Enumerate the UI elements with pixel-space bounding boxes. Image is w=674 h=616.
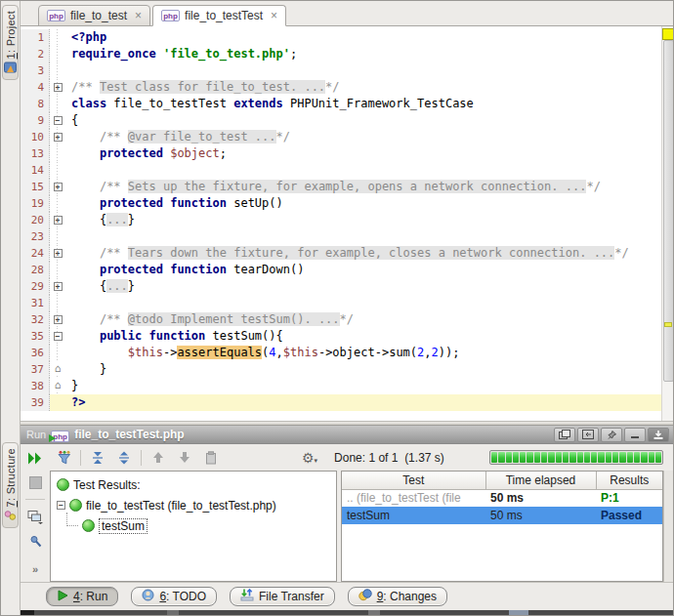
hide-button[interactable] <box>648 428 669 442</box>
code-line[interactable]: 37⌂ } <box>21 361 661 378</box>
token-p: testSum(){ <box>205 329 282 343</box>
php-file-icon: php <box>161 10 180 21</box>
history-button[interactable] <box>201 449 221 467</box>
editor-scrollbar[interactable] <box>661 26 674 421</box>
tool-window-buttons-bar: 4: Run6: TODOFile Transfer9: Changes <box>21 582 674 610</box>
code-line[interactable]: 31 <box>21 295 661 311</box>
token-k: function <box>170 196 227 210</box>
layout-button[interactable] <box>26 509 44 524</box>
fold-expand-icon[interactable]: + <box>54 183 63 191</box>
fold-end-icon[interactable]: ⌂ <box>55 361 62 376</box>
fold-end-icon[interactable]: ⌂ <box>55 378 62 392</box>
fold-marker-column <box>50 228 65 245</box>
code-line[interactable]: 13 protected $object; <box>21 145 661 162</box>
error-stripe-mark[interactable] <box>664 322 672 327</box>
arrow-down-button[interactable] <box>175 449 194 467</box>
code-line[interactable]: 35− public function testSum(){ <box>21 328 661 345</box>
pin-button[interactable] <box>601 428 622 442</box>
statusbar-button-changes[interactable]: 9: Changes <box>348 587 447 606</box>
code-line[interactable]: 36 $this->assertEquals(4,$this->object->… <box>21 345 661 361</box>
table-row[interactable]: testSum50 msPassed <box>342 507 662 524</box>
line-number: 3 <box>21 62 50 79</box>
code-line[interactable]: 32+ /** @todo Implement testSum(). ...*/ <box>21 311 661 328</box>
code-line[interactable]: 9−{ <box>21 112 661 129</box>
fold-expand-icon[interactable]: + <box>54 282 63 291</box>
fold-marker-column: − <box>50 328 65 345</box>
filter-button[interactable] <box>54 449 73 467</box>
table-row[interactable]: .. (file_to_testTest (file50 msP:1 <box>342 489 662 507</box>
stop-button[interactable] <box>26 474 44 490</box>
rerun-button[interactable] <box>26 450 44 466</box>
statusbar-button-file-transfer[interactable]: File Transfer <box>230 587 335 606</box>
more-options-button[interactable]: » <box>32 563 38 575</box>
statistics-table-panel: TestTime elapsedResults.. (file_to_testT… <box>341 471 663 582</box>
code-line[interactable]: 8class file_to_testTest extends PHPUnit_… <box>21 96 661 112</box>
editor-tab-file_to_test[interactable]: phpfile_to_test× <box>38 5 150 26</box>
fold-expand-icon[interactable]: + <box>54 249 63 258</box>
code-line[interactable]: 39?> <box>21 394 661 411</box>
token-c: /** <box>100 246 128 260</box>
test-tree-item[interactable]: testSum <box>51 515 336 536</box>
code-line[interactable]: 14 <box>21 162 661 179</box>
close-icon[interactable]: × <box>135 11 142 21</box>
test-tree-item[interactable]: −file_to_testTest (file_to_testTest.php) <box>51 495 336 515</box>
statusbar-button-run[interactable]: 4: Run <box>46 587 118 606</box>
sidebar-tab-structure[interactable]: 7: Structure <box>2 442 19 528</box>
token-s: 'file_to_test.php' <box>163 47 290 61</box>
statistics-table[interactable]: TestTime elapsedResults.. (file_to_testT… <box>342 472 662 524</box>
token-c: */ <box>276 130 290 144</box>
code-line[interactable]: 38⌂} <box>21 378 661 394</box>
code-line[interactable]: 20+ {...} <box>21 212 661 228</box>
token-p <box>71 246 100 260</box>
token-p: , <box>424 346 431 359</box>
panel-scrollbar-track[interactable] <box>663 471 674 582</box>
settings-button[interactable]: ⚙▾ <box>302 451 317 465</box>
progress-segment <box>541 452 547 463</box>
collapse-all-button[interactable] <box>88 449 107 467</box>
test-results-tree[interactable]: Test Results:−file_to_testTest (file_to_… <box>50 471 337 582</box>
code-line[interactable]: 15+ /** Sets up the fixture, for example… <box>21 179 661 195</box>
fold-collapse-icon[interactable]: − <box>54 116 63 125</box>
code-line[interactable]: 3 <box>21 62 661 79</box>
fold-collapse-icon[interactable]: − <box>54 332 63 341</box>
line-number: 2 <box>21 46 50 62</box>
code-line[interactable]: 10+ /** @var file_to_test ...*/ <box>21 129 661 145</box>
expand-all-button[interactable] <box>114 449 134 467</box>
column-header-results[interactable]: Results <box>596 472 662 489</box>
code-line[interactable]: 29+ {...} <box>21 278 661 295</box>
run-left-toolbar: » <box>21 444 50 582</box>
fold-expand-icon[interactable]: + <box>54 216 63 225</box>
fold-expand-icon[interactable]: + <box>54 315 63 324</box>
column-header-test[interactable]: Test <box>342 472 485 489</box>
arrow-up-button[interactable] <box>148 449 168 467</box>
minimize-button[interactable] <box>624 428 646 442</box>
sidebar-tab-project[interactable]: 1: Project <box>2 5 19 80</box>
code-line[interactable]: 4+/** Test class for file_to_test. ...*/ <box>21 79 661 96</box>
code-line[interactable]: 19 protected function setUp() <box>21 195 661 212</box>
code-line[interactable]: 24+ /** Tears down the fixture, for exam… <box>21 245 661 262</box>
progress-segment <box>569 452 575 463</box>
code-line[interactable]: 23 <box>21 228 661 245</box>
token-p <box>71 346 128 359</box>
dock-button[interactable] <box>577 428 599 442</box>
code-editor[interactable]: 1<?php2require_once 'file_to_test.php';3… <box>21 26 674 421</box>
progress-segment <box>649 452 654 463</box>
column-header-time-elapsed[interactable]: Time elapsed <box>485 472 596 489</box>
code-text: {...} <box>65 212 661 228</box>
float-button[interactable] <box>554 428 575 442</box>
scrollbar-thumb[interactable] <box>663 40 674 382</box>
statusbar-button-todo[interactable]: 6: TODO <box>131 587 217 606</box>
fold-expand-icon[interactable]: + <box>54 133 63 142</box>
test-tree-item[interactable]: Test Results: <box>51 474 336 495</box>
progress-segment <box>556 452 562 463</box>
pin-tab-button[interactable] <box>26 533 44 549</box>
editor-tab-file_to_testTest[interactable]: phpfile_to_testTest× <box>152 5 286 26</box>
close-icon[interactable]: × <box>271 11 277 21</box>
run-tool-window-header[interactable]: Run php file_to_testTest.php <box>21 426 674 444</box>
code-line[interactable]: 28 protected function tearDown() <box>21 262 661 278</box>
fold-expand-icon[interactable]: + <box>54 83 63 92</box>
code-line[interactable]: 2require_once 'file_to_test.php'; <box>21 46 661 62</box>
tree-expander-icon[interactable]: − <box>57 501 65 510</box>
button-label: File Transfer <box>259 590 324 603</box>
code-line[interactable]: 1<?php <box>21 29 661 46</box>
